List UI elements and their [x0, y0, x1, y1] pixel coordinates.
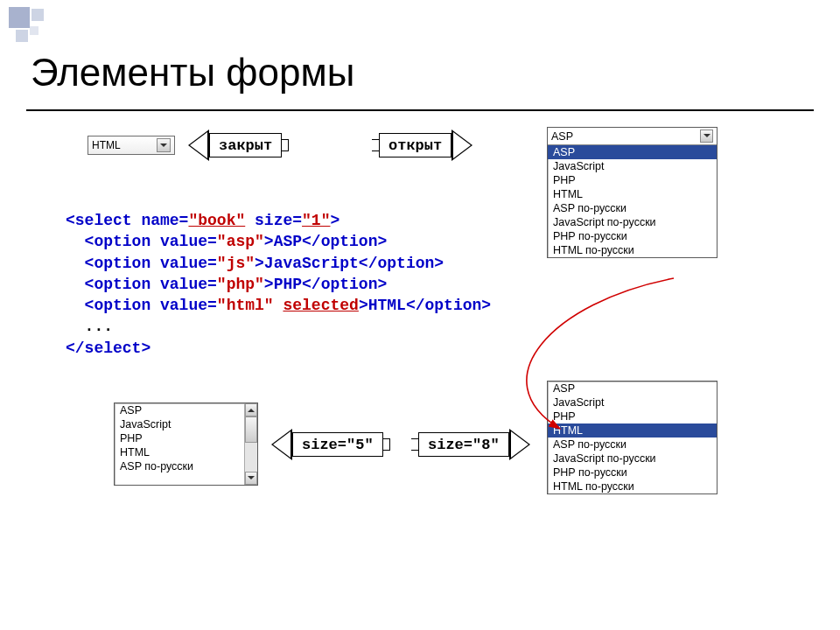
- scrollbar[interactable]: [244, 403, 257, 485]
- list-item[interactable]: PHP: [548, 173, 717, 187]
- list-item[interactable]: JavaScript: [548, 396, 717, 410]
- callout-open: открыт: [372, 130, 472, 161]
- callout-size5-label: size="5": [302, 437, 374, 453]
- page-title: Элементы формы: [31, 51, 354, 94]
- closed-select[interactable]: HTML: [88, 136, 175, 155]
- scroll-up-icon[interactable]: [245, 403, 257, 416]
- size5-listbox[interactable]: ASP JavaScript PHP HTML ASP по-русски: [114, 402, 258, 486]
- list-item[interactable]: ASP по-русски: [115, 459, 244, 473]
- list-item[interactable]: HTML по-русски: [548, 243, 717, 257]
- list-item[interactable]: JavaScript по-русски: [548, 215, 717, 229]
- list-item[interactable]: PHP по-русски: [548, 466, 717, 480]
- list-item[interactable]: JavaScript: [115, 417, 244, 431]
- dropdown-arrow-icon[interactable]: [157, 138, 171, 152]
- dropdown-arrow-icon[interactable]: [700, 130, 713, 143]
- corner-decoration: [9, 7, 61, 55]
- list-item[interactable]: PHP по-русски: [548, 229, 717, 243]
- list-item[interactable]: HTML: [548, 187, 717, 201]
- size8-listbox[interactable]: ASP JavaScript PHP HTML ASP по-русски Ja…: [547, 381, 718, 494]
- arrow-right-icon: [452, 130, 472, 161]
- list-item[interactable]: ASP по-русски: [548, 438, 717, 452]
- arrow-left-icon: [271, 429, 292, 460]
- scroll-thumb[interactable]: [245, 416, 257, 443]
- list-item[interactable]: JavaScript: [548, 159, 717, 173]
- list-item[interactable]: ASP: [548, 145, 717, 159]
- code-snippet: <select name="book" size="1"> <option va…: [66, 210, 491, 359]
- scroll-down-icon[interactable]: [245, 472, 257, 485]
- callout-closed-label: закрыт: [219, 137, 272, 154]
- list-item[interactable]: HTML: [115, 445, 244, 459]
- arrow-right-icon: [509, 429, 530, 460]
- list-item[interactable]: PHP: [115, 431, 244, 445]
- callout-size8-label: size="8": [428, 437, 500, 453]
- list-item[interactable]: ASP по-русски: [548, 201, 717, 215]
- title-rule: [26, 109, 814, 111]
- list-item[interactable]: PHP: [548, 410, 717, 424]
- list-item[interactable]: HTML по-русски: [548, 480, 717, 494]
- list-item[interactable]: HTML: [548, 424, 717, 438]
- open-select[interactable]: ASP ASP JavaScript PHP HTML ASP по-русск…: [547, 127, 718, 258]
- callout-open-label: открыт: [388, 137, 442, 154]
- callout-size5: size="5": [271, 429, 390, 460]
- list-item[interactable]: JavaScript по-русски: [548, 452, 717, 466]
- list-item[interactable]: ASP: [115, 403, 244, 417]
- closed-select-value: HTML: [92, 139, 121, 151]
- arrow-left-icon: [188, 130, 209, 161]
- list-item[interactable]: ASP: [548, 382, 717, 396]
- callout-closed: закрыт: [188, 130, 289, 161]
- open-select-head: ASP: [551, 130, 573, 143]
- callout-size8: size="8": [411, 429, 530, 460]
